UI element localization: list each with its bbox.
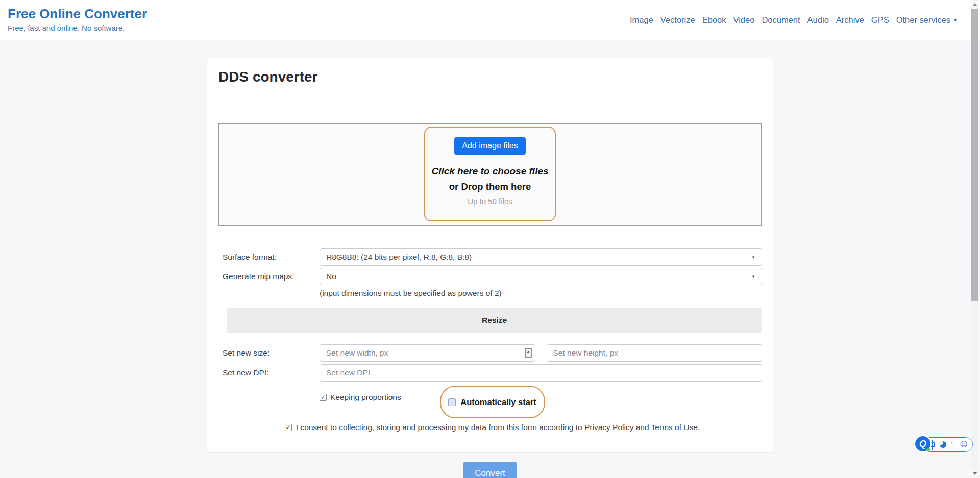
nav-item-archive[interactable]: Archive bbox=[836, 15, 864, 25]
ime-logo-letter: Q bbox=[919, 439, 926, 449]
auto-start-label: Automatically start bbox=[460, 397, 536, 407]
surface-format-value: R8G8B8: (24 bits per pixel, R:8, G:8, B:… bbox=[326, 253, 472, 262]
consent-checkbox[interactable] bbox=[285, 424, 292, 431]
options-row: Keeping proportions Automatically start bbox=[223, 390, 762, 419]
set-new-size-row: Set new size: bbox=[223, 344, 762, 362]
emoji-icon[interactable]: ☺ bbox=[960, 441, 968, 448]
keeping-proportions-checkbox[interactable] bbox=[320, 394, 327, 401]
select-caret-icon: ▼ bbox=[751, 274, 755, 279]
site-tagline: Free, fast and online. No software. bbox=[8, 23, 147, 32]
nav-item-other-services[interactable]: Other services ▼ bbox=[896, 15, 958, 25]
auto-start-guide-highlight[interactable]: Automatically start bbox=[440, 386, 545, 418]
consent-text: I consent to collecting, storing and pro… bbox=[296, 423, 700, 432]
height-input[interactable] bbox=[547, 344, 763, 362]
chevron-down-icon: ▼ bbox=[953, 18, 958, 23]
dropzone-guide-highlight[interactable]: Add image files Click here to choose fil… bbox=[424, 127, 556, 221]
keeping-proportions-label: Keeping proportions bbox=[330, 393, 401, 402]
site-title[interactable]: Free Online Converter bbox=[8, 7, 147, 22]
scrollbar-thumb[interactable] bbox=[971, 9, 978, 301]
dropzone-choose-files-text: Click here to choose files bbox=[431, 166, 548, 177]
set-new-size-label: Set new size: bbox=[223, 348, 320, 358]
page-title: DDS converter bbox=[218, 69, 762, 85]
mip-maps-label: Generate mip maps: bbox=[223, 272, 320, 281]
mip-maps-row: Generate mip maps: No ▼ bbox=[223, 268, 762, 285]
scroll-down-button[interactable] bbox=[971, 469, 978, 478]
mip-maps-value: No bbox=[326, 272, 336, 281]
scroll-up-button[interactable] bbox=[971, 0, 978, 9]
convert-button[interactable]: Convert bbox=[463, 462, 517, 478]
scroll-down-icon bbox=[973, 472, 977, 475]
page-body: DDS converter Add image files Click here… bbox=[0, 58, 980, 478]
surface-format-select[interactable]: R8G8B8: (24 bits per pixel, R:8, G:8, B:… bbox=[320, 248, 762, 266]
select-caret-icon: ▼ bbox=[751, 255, 755, 260]
dropzone-drop-here-text: or Drop them here bbox=[449, 181, 531, 192]
brand-logo[interactable]: Free Online Converter Free, fast and onl… bbox=[8, 0, 147, 40]
nav-item-gps[interactable]: GPS bbox=[871, 15, 889, 25]
nav-item-vectorize[interactable]: Vectorize bbox=[660, 15, 695, 25]
resize-section-header: Resize bbox=[227, 308, 762, 333]
keeping-proportions-option[interactable]: Keeping proportions bbox=[320, 393, 401, 402]
set-new-dpi-row: Set new DPI: bbox=[223, 364, 762, 382]
main-nav: Image Vectorize Ebook Video Document Aud… bbox=[630, 0, 958, 40]
nav-item-video[interactable]: Video bbox=[733, 15, 755, 25]
nav-item-image[interactable]: Image bbox=[630, 15, 653, 25]
consent-text-after: . bbox=[698, 423, 700, 432]
consent-text-mid: and bbox=[633, 423, 651, 432]
mip-maps-select[interactable]: No ▼ bbox=[320, 268, 762, 285]
ime-logo-button[interactable]: Q bbox=[914, 435, 932, 452]
terms-of-use-link[interactable]: Terms of Use bbox=[651, 423, 698, 432]
scroll-up-icon bbox=[973, 3, 977, 6]
dpi-input[interactable] bbox=[320, 364, 762, 382]
consent-text-before: I consent to collecting, storing and pro… bbox=[296, 423, 584, 432]
privacy-policy-link[interactable]: Privacy Policy bbox=[584, 423, 633, 432]
file-dropzone[interactable]: Add image files Click here to choose fil… bbox=[218, 123, 762, 226]
nav-item-document[interactable]: Document bbox=[762, 15, 800, 25]
night-mode-icon[interactable] bbox=[940, 441, 946, 448]
mip-maps-hint: (input dimensions must be specified as p… bbox=[320, 289, 762, 298]
site-header: Free Online Converter Free, fast and onl… bbox=[0, 0, 980, 40]
consent-row: I consent to collecting, storing and pro… bbox=[223, 423, 762, 432]
set-new-dpi-label: Set new DPI: bbox=[223, 368, 320, 378]
nav-item-ebook[interactable]: Ebook bbox=[702, 15, 726, 25]
add-image-files-button[interactable]: Add image files bbox=[454, 137, 525, 155]
surface-format-label: Surface format: bbox=[223, 253, 320, 262]
vertical-scrollbar[interactable] bbox=[971, 0, 978, 478]
width-input[interactable] bbox=[320, 344, 535, 362]
number-spinner-icon[interactable] bbox=[525, 348, 532, 358]
converter-card: DDS converter Add image files Click here… bbox=[207, 58, 773, 453]
surface-format-row: Surface format: R8G8B8: (24 bits per pix… bbox=[223, 248, 762, 266]
converter-options-form: Surface format: R8G8B8: (24 bits per pix… bbox=[218, 248, 762, 432]
dropzone-file-limit-text: Up to 50 files bbox=[468, 197, 512, 206]
nav-item-audio[interactable]: Audio bbox=[807, 15, 829, 25]
auto-start-checkbox[interactable] bbox=[448, 398, 456, 406]
punctuation-icon[interactable]: °, bbox=[951, 442, 955, 447]
nav-other-services-label: Other services bbox=[896, 15, 950, 25]
